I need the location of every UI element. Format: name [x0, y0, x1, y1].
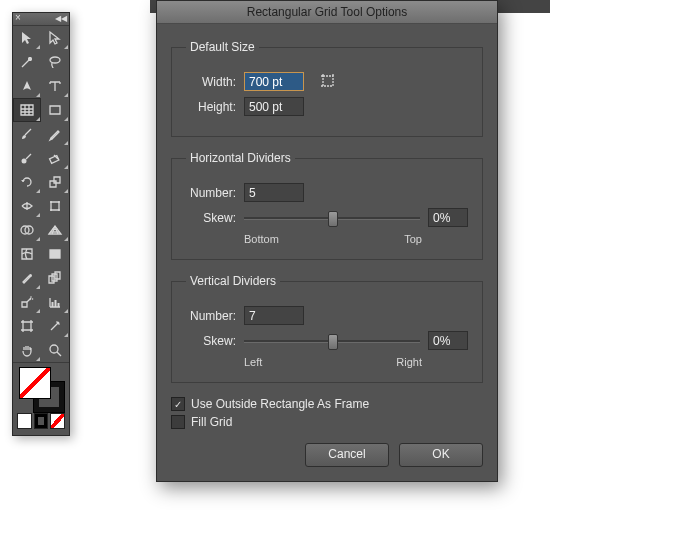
gradient-mode-swatch[interactable]: [34, 413, 49, 429]
svg-point-0: [50, 57, 60, 63]
width-tool[interactable]: [13, 194, 41, 218]
hdiv-skew-slider[interactable]: [244, 209, 420, 227]
fill-swatch[interactable]: [19, 367, 51, 399]
svg-point-10: [58, 201, 60, 203]
svg-rect-15: [22, 249, 32, 259]
width-input[interactable]: [244, 72, 304, 91]
svg-rect-29: [23, 322, 31, 330]
fill-stroke-swatch[interactable]: [13, 363, 69, 411]
svg-point-30: [50, 345, 58, 353]
skew-left-label: Bottom: [244, 233, 279, 245]
close-icon[interactable]: ×: [15, 12, 21, 23]
svg-rect-31: [323, 76, 333, 86]
eraser-tool[interactable]: [41, 146, 69, 170]
pencil-tool[interactable]: [41, 122, 69, 146]
ok-button[interactable]: OK: [399, 443, 483, 467]
free-transform-tool[interactable]: [41, 194, 69, 218]
symbol-sprayer-tool[interactable]: [13, 290, 41, 314]
svg-rect-26: [52, 302, 54, 307]
checkbox-label: Use Outside Rectangle As Frame: [191, 397, 369, 411]
grid-options-dialog: Rectangular Grid Tool Options Default Si…: [156, 0, 498, 482]
group-title: Horizontal Dividers: [186, 151, 295, 165]
shape-builder-tool[interactable]: [13, 218, 41, 242]
cancel-button[interactable]: Cancel: [305, 443, 389, 467]
hand-tool[interactable]: [13, 338, 41, 362]
tools-panel: × ◀◀: [12, 12, 70, 436]
paintbrush-tool[interactable]: [13, 122, 41, 146]
svg-rect-2: [21, 105, 33, 115]
rectangular-grid-tool[interactable]: [13, 98, 41, 122]
vdiv-skew-value[interactable]: [428, 331, 468, 350]
scale-tool[interactable]: [41, 170, 69, 194]
svg-rect-27: [55, 300, 57, 307]
hdiv-number-input[interactable]: [244, 183, 304, 202]
mesh-tool[interactable]: [13, 242, 41, 266]
svg-rect-6: [50, 181, 56, 187]
svg-rect-3: [50, 106, 60, 114]
height-input[interactable]: [244, 97, 304, 116]
none-mode-swatch[interactable]: [50, 413, 65, 429]
svg-point-23: [30, 296, 32, 298]
constrain-proportions-icon[interactable]: [320, 73, 338, 91]
blend-tool[interactable]: [41, 266, 69, 290]
pen-tool[interactable]: [13, 74, 41, 98]
fill-grid-checkbox[interactable]: Fill Grid: [171, 415, 483, 429]
tools-panel-header[interactable]: × ◀◀: [13, 13, 69, 26]
zoom-tool[interactable]: [41, 338, 69, 362]
svg-point-24: [32, 298, 34, 300]
skew-label: Skew:: [186, 211, 236, 225]
checkbox-label: Fill Grid: [191, 415, 232, 429]
horizontal-dividers-group: Horizontal Dividers Number: Skew: Bottom…: [171, 151, 483, 260]
direct-selection-tool[interactable]: [41, 26, 69, 50]
artboard-tool[interactable]: [13, 314, 41, 338]
skew-right-label: Top: [404, 233, 422, 245]
svg-rect-22: [22, 302, 27, 307]
hdiv-skew-value[interactable]: [428, 208, 468, 227]
gradient-tool[interactable]: [41, 242, 69, 266]
skew-label: Skew:: [186, 334, 236, 348]
group-title: Vertical Dividers: [186, 274, 280, 288]
lasso-tool[interactable]: [41, 50, 69, 74]
eyedropper-tool[interactable]: [13, 266, 41, 290]
vdiv-skew-slider[interactable]: [244, 332, 420, 350]
rectangle-tool[interactable]: [41, 98, 69, 122]
color-mode-swatch[interactable]: [17, 413, 32, 429]
svg-rect-8: [51, 202, 59, 210]
svg-point-9: [50, 201, 52, 203]
skew-left-label: Left: [244, 356, 262, 368]
svg-point-18: [29, 274, 32, 277]
blob-brush-tool[interactable]: [13, 146, 41, 170]
svg-rect-28: [58, 303, 60, 307]
checkbox-icon: ✓: [171, 397, 185, 411]
collapse-icon[interactable]: ◀◀: [55, 14, 67, 23]
skew-right-label: Right: [396, 356, 422, 368]
selection-tool[interactable]: [13, 26, 41, 50]
checkbox-icon: [171, 415, 185, 429]
magic-wand-tool[interactable]: [13, 50, 41, 74]
number-label: Number:: [186, 186, 236, 200]
svg-rect-16: [50, 250, 60, 258]
svg-point-25: [29, 299, 31, 301]
svg-point-11: [50, 209, 52, 211]
perspective-grid-tool[interactable]: [41, 218, 69, 242]
number-label: Number:: [186, 309, 236, 323]
slice-tool[interactable]: [41, 314, 69, 338]
width-label: Width:: [186, 75, 236, 89]
height-label: Height:: [186, 100, 236, 114]
rotate-tool[interactable]: [13, 170, 41, 194]
type-tool[interactable]: [41, 74, 69, 98]
default-size-group: Default Size Width: Height:: [171, 40, 483, 137]
svg-rect-7: [54, 177, 60, 183]
svg-rect-5: [50, 155, 59, 163]
dialog-title[interactable]: Rectangular Grid Tool Options: [157, 1, 497, 24]
vdiv-number-input[interactable]: [244, 306, 304, 325]
column-graph-tool[interactable]: [41, 290, 69, 314]
svg-point-4: [22, 159, 27, 164]
use-outside-checkbox[interactable]: ✓ Use Outside Rectangle As Frame: [171, 397, 483, 411]
svg-point-12: [58, 209, 60, 211]
vertical-dividers-group: Vertical Dividers Number: Skew: Left Rig…: [171, 274, 483, 383]
group-title: Default Size: [186, 40, 259, 54]
